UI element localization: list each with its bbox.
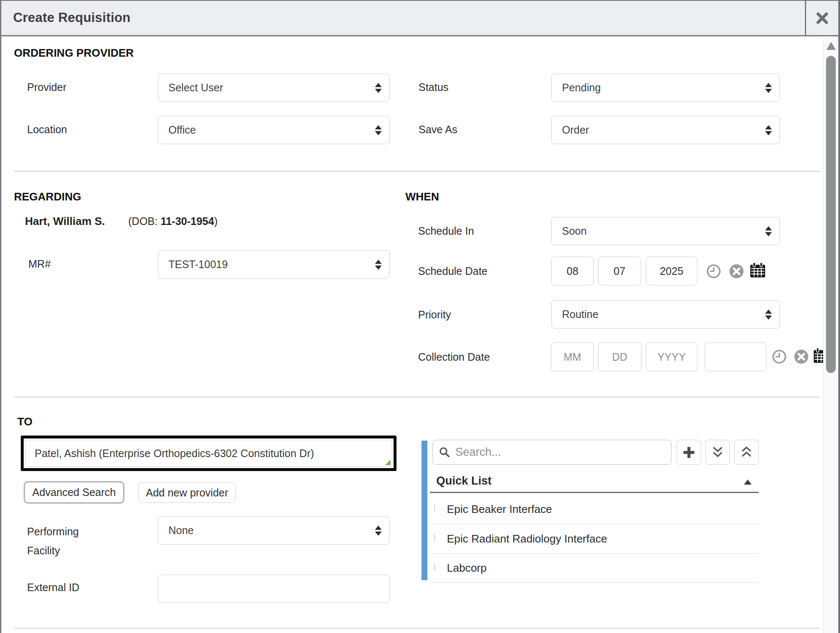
save-as-select-value: Order	[562, 124, 765, 136]
quick-list-underline	[430, 492, 759, 493]
when-heading: WHEN	[405, 190, 439, 203]
collection-date-clear-icon[interactable]	[793, 349, 809, 364]
bottom-divider	[14, 628, 820, 629]
directory-accent-bar	[421, 441, 427, 580]
provider-select[interactable]: Select User	[158, 74, 390, 102]
close-icon	[815, 11, 829, 25]
status-select[interactable]: Pending	[551, 74, 780, 102]
mr-select-value: TEST-10019	[168, 258, 375, 271]
quick-list-heading: Quick List	[436, 474, 492, 488]
status-label: Status	[419, 81, 449, 93]
updown-arrows-icon	[765, 310, 772, 320]
resize-handle-icon[interactable]	[385, 460, 391, 465]
regarding-heading: REGARDING	[14, 190, 81, 203]
location-select-value: Office	[168, 124, 375, 136]
schedule-day-input[interactable]	[598, 257, 641, 285]
external-id-input[interactable]	[158, 575, 390, 603]
patient-dob: (DOB: 11-30-1954)	[128, 215, 218, 227]
updown-arrows-icon	[765, 125, 772, 135]
to-heading: TO	[17, 415, 33, 428]
list-divider	[432, 523, 759, 524]
list-item-labcorp[interactable]: Labcorp	[447, 562, 487, 575]
patient-name: Hart, William S.	[25, 215, 105, 228]
scrollbar-thumb[interactable]	[826, 56, 836, 373]
directory-search	[432, 440, 672, 465]
performing-facility-select-value: None	[168, 524, 375, 537]
provider-select-value: Select User	[168, 82, 375, 94]
recipient-combobox-highlight: Patel, Ashish (Enterprise Orthopedics-63…	[21, 436, 397, 471]
schedule-date-calendar-icon[interactable]	[749, 262, 766, 279]
scrollbar[interactable]	[823, 38, 838, 633]
radio-icon[interactable]	[434, 534, 435, 542]
dob-value: 11-30-1954	[160, 215, 214, 227]
performing-facility-label: Performing Facility	[27, 522, 101, 560]
updown-arrows-icon	[375, 83, 382, 93]
dialog-title: Create Requisition	[13, 10, 130, 25]
advanced-search-button[interactable]: Advanced Search	[24, 481, 124, 504]
updown-arrows-icon	[765, 226, 772, 236]
collection-time-clock-icon[interactable]	[771, 349, 787, 364]
updown-arrows-icon	[375, 526, 382, 536]
collapse-all-button[interactable]	[734, 440, 759, 465]
updown-arrows-icon	[765, 83, 772, 93]
collection-year-input[interactable]	[646, 343, 697, 371]
schedule-time-clock-icon[interactable]	[706, 263, 722, 279]
double-chevron-down-icon	[711, 446, 724, 459]
schedule-date-label: Schedule Date	[418, 265, 487, 277]
collection-day-input[interactable]	[598, 343, 642, 371]
mr-label: MR#	[28, 258, 51, 270]
mr-select[interactable]: TEST-10019	[158, 250, 390, 279]
add-new-provider-button[interactable]: Add new provider	[138, 482, 236, 503]
radio-icon[interactable]	[434, 564, 435, 571]
expand-all-button[interactable]	[705, 440, 730, 465]
list-divider	[432, 582, 759, 583]
status-select-value: Pending	[562, 82, 765, 94]
collection-time-input[interactable]	[705, 343, 766, 371]
schedule-year-input[interactable]	[646, 257, 697, 285]
priority-label: Priority	[418, 309, 451, 321]
create-requisition-dialog: Create Requisition ORDERING PROVIDER Pro…	[0, 0, 840, 633]
section-divider	[14, 397, 820, 397]
updown-arrows-icon	[375, 125, 382, 135]
list-item-epic-beaker[interactable]: Epic Beaker Interface	[447, 503, 552, 516]
add-recipient-button[interactable]	[677, 440, 701, 465]
updown-arrows-icon	[375, 260, 382, 270]
search-icon	[439, 447, 450, 458]
location-select[interactable]: Office	[158, 116, 390, 144]
ordering-provider-heading: ORDERING PROVIDER	[14, 47, 134, 60]
provider-label: Provider	[27, 81, 66, 93]
section-divider	[14, 171, 820, 172]
radio-icon[interactable]	[434, 505, 435, 512]
dob-prefix: (DOB:	[128, 215, 160, 227]
recipient-value: Patel, Ashish (Enterprise Orthopedics-63…	[35, 447, 314, 460]
priority-select[interactable]: Routine	[551, 300, 780, 329]
performing-facility-select[interactable]: None	[158, 516, 390, 545]
priority-select-value: Routine	[562, 308, 765, 321]
scrollbar-up-arrow-icon[interactable]	[826, 42, 836, 50]
collection-date-label: Collection Date	[418, 351, 490, 363]
double-chevron-up-icon	[740, 446, 753, 459]
list-item-epic-radiant[interactable]: Epic Radiant Radiology Interface	[447, 532, 607, 545]
plus-icon	[682, 445, 696, 460]
close-button[interactable]	[805, 1, 838, 35]
schedule-date-clear-icon[interactable]	[729, 263, 744, 279]
list-divider	[432, 553, 759, 554]
dob-suffix: )	[214, 215, 218, 227]
schedule-in-label: Schedule In	[418, 225, 474, 237]
save-as-label: Save As	[419, 123, 457, 136]
schedule-in-select-value: Soon	[562, 225, 765, 237]
search-input[interactable]	[455, 446, 665, 459]
collection-date-calendar-icon[interactable]	[813, 348, 823, 364]
schedule-in-select[interactable]: Soon	[551, 217, 780, 245]
collection-month-input[interactable]	[551, 343, 594, 371]
schedule-month-input[interactable]	[551, 257, 594, 285]
external-id-label: External ID	[27, 581, 80, 594]
location-label: Location	[27, 123, 67, 136]
recipient-combobox[interactable]: Patel, Ashish (Enterprise Orthopedics-63…	[25, 440, 392, 467]
collapse-section-triangle-icon[interactable]	[744, 480, 752, 485]
save-as-select[interactable]: Order	[551, 116, 780, 144]
